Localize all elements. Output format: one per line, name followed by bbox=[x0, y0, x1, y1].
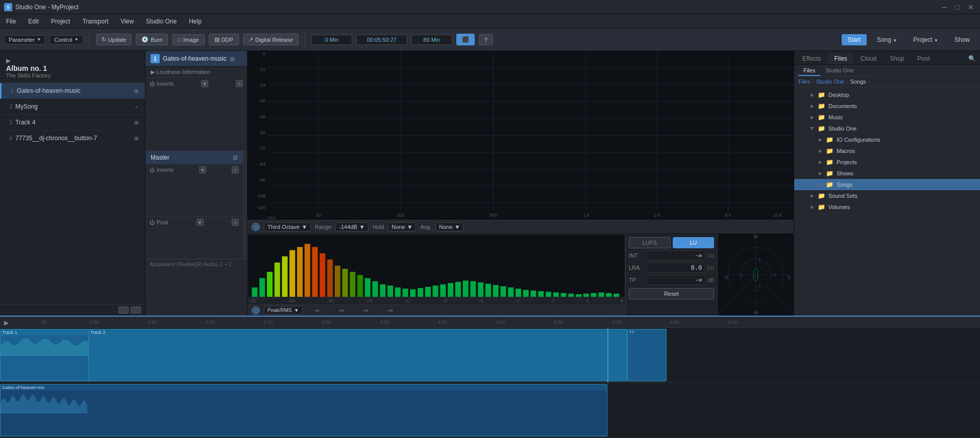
scroll-handle[interactable] bbox=[243, 151, 247, 259]
expand-icon[interactable]: ▶ bbox=[818, 148, 823, 153]
menu-studio-one[interactable]: Studio One bbox=[144, 17, 179, 26]
digital-release-icon: ↗ bbox=[249, 36, 253, 43]
expand-icon[interactable]: ▶ bbox=[818, 160, 823, 165]
track-clip-2[interactable]: Track 2 bbox=[88, 329, 627, 381]
track-item[interactable]: 4 77735__dj-chronos__button-7 ⊞ bbox=[0, 131, 145, 146]
track-item[interactable]: 2 MySong ♪ bbox=[0, 99, 145, 115]
update-button[interactable]: ↻ Update bbox=[96, 34, 132, 45]
svg-rect-80 bbox=[583, 294, 589, 297]
reset-button[interactable]: Reset bbox=[629, 288, 714, 299]
subtab-studio-one[interactable]: Studio One bbox=[820, 66, 859, 76]
digital-release-button[interactable]: ↗ Digital Release bbox=[243, 34, 299, 45]
minimize-button[interactable]: ─ bbox=[940, 3, 949, 11]
loudness-info[interactable]: ▶ Loudness Information bbox=[145, 67, 247, 78]
menu-help[interactable]: Help bbox=[187, 17, 204, 26]
expand-icon[interactable]: ⊞ bbox=[233, 154, 238, 161]
inserts-add-btn[interactable]: + bbox=[236, 80, 243, 87]
master-inserts-section: ⏻ Inserts ▼ + bbox=[145, 164, 243, 217]
tree-item-volumes[interactable]: ▶ 📁 Volumes bbox=[794, 201, 980, 213]
expand-icon[interactable]: ⊞ bbox=[230, 56, 236, 62]
album-play-button[interactable]: ▶ bbox=[6, 57, 12, 63]
sync-button[interactable]: ⬛ bbox=[456, 34, 475, 45]
track-clip-gates[interactable]: Gates-of-heaven-mu bbox=[0, 384, 607, 436]
breadcrumb-studio-one[interactable]: Studio One bbox=[816, 79, 844, 85]
menu-edit[interactable]: Edit bbox=[26, 17, 41, 26]
power-icon: ⏻ bbox=[150, 220, 155, 225]
post-add[interactable]: + bbox=[232, 219, 239, 226]
tree-item-sound-sets[interactable]: ▶ 📁 Sound Sets bbox=[794, 190, 980, 201]
folder-icon: 📁 bbox=[818, 125, 825, 132]
tab-shop[interactable]: Shop bbox=[884, 53, 910, 64]
octave-dropdown[interactable]: Third Octave ▼ bbox=[264, 222, 311, 231]
tree-item-songs[interactable]: ▶ 📁 Songs bbox=[794, 179, 980, 190]
tp-label: TP bbox=[629, 277, 644, 283]
tree-item-documents[interactable]: ▶ 📁 Documents bbox=[794, 100, 980, 112]
track-icon: ⊞ bbox=[132, 118, 141, 127]
play-icon[interactable]: ▶ bbox=[4, 319, 10, 325]
breadcrumb: Files › Studio One › Songs › bbox=[794, 76, 980, 87]
help-button[interactable]: ? bbox=[479, 34, 493, 45]
search-icon-btn[interactable]: 🔍 bbox=[966, 53, 978, 64]
burn-button[interactable]: 💿 Burn bbox=[136, 34, 168, 45]
expand-icon[interactable]: ▶ bbox=[810, 92, 815, 97]
menu-view[interactable]: View bbox=[118, 17, 136, 26]
svg-rect-83 bbox=[606, 293, 611, 297]
subtab-files[interactable]: Files bbox=[798, 66, 820, 76]
analyzer-power-button[interactable]: ⏻ bbox=[252, 223, 260, 231]
expand-icon[interactable]: ▶ bbox=[810, 126, 815, 131]
tree-item-shows[interactable]: ▶ 📁 Shows bbox=[794, 168, 980, 179]
expand-icon[interactable]: ▶ bbox=[818, 171, 823, 176]
close-button[interactable]: ✕ bbox=[966, 3, 976, 11]
svg-rect-71 bbox=[516, 289, 521, 297]
menu-file[interactable]: File bbox=[4, 17, 18, 26]
image-button[interactable]: □ Image bbox=[172, 34, 204, 45]
track-item[interactable]: 3 Track 4 ⊞ bbox=[0, 115, 145, 131]
expand-icon[interactable]: ▶ bbox=[818, 182, 823, 187]
tree-item-io[interactable]: ▶ 📁 IO Configurations bbox=[794, 134, 980, 145]
expand-icon[interactable]: ▶ bbox=[810, 104, 815, 109]
tab-song[interactable]: Song ▼ bbox=[871, 34, 903, 45]
inserts-dropdown-btn[interactable]: ▼ bbox=[201, 80, 208, 87]
tree-item-music[interactable]: ▶ 📁 Music bbox=[794, 112, 980, 123]
track-clip-small[interactable]: T7 bbox=[627, 329, 667, 381]
expand-icon[interactable]: ▶ bbox=[810, 204, 815, 210]
avg-value[interactable]: None ▼ bbox=[435, 222, 463, 231]
track-item[interactable]: 1 Gates-of-heaven-music ⊞ bbox=[0, 83, 145, 99]
chevron-down-icon: ▼ bbox=[37, 37, 41, 42]
tree-item-projects[interactable]: ▶ 📁 Projects bbox=[794, 157, 980, 168]
tree-item-desktop[interactable]: ▶ 📁 Desktop bbox=[794, 89, 980, 100]
tab-show[interactable]: Show bbox=[948, 34, 976, 45]
master-inserts-add[interactable]: + bbox=[232, 166, 239, 173]
tab-start[interactable]: Start bbox=[842, 34, 867, 45]
master-inserts-header[interactable]: ⏻ Inserts ▼ + bbox=[145, 164, 243, 175]
ddp-button[interactable]: ▤ DDP bbox=[209, 34, 239, 45]
range-value[interactable]: -144dB ▼ bbox=[335, 222, 368, 231]
post-dropdown[interactable]: ▼ bbox=[197, 219, 204, 226]
tab-files[interactable]: Files bbox=[828, 53, 853, 64]
inserts-header[interactable]: ⏻ Inserts ▼ + bbox=[145, 78, 247, 89]
footer-btn-2[interactable] bbox=[131, 306, 141, 314]
tree-item-macros[interactable]: ▶ 📁 Macros bbox=[794, 145, 980, 157]
maximize-button[interactable]: □ bbox=[953, 3, 962, 11]
menu-project[interactable]: Project bbox=[49, 17, 72, 26]
expand-icon[interactable]: ▶ bbox=[810, 115, 815, 120]
parameter-dropdown[interactable]: Parameter ▼ bbox=[4, 35, 45, 44]
lu-button[interactable]: LU bbox=[673, 237, 715, 248]
breadcrumb-files[interactable]: Files bbox=[798, 79, 810, 85]
tab-pool[interactable]: Pool bbox=[911, 53, 936, 64]
footer-btn-1[interactable] bbox=[118, 306, 129, 314]
hold-value[interactable]: None ▼ bbox=[388, 222, 416, 231]
master-inserts-dropdown[interactable]: ▼ bbox=[199, 166, 206, 173]
tab-cloud[interactable]: Cloud bbox=[854, 53, 883, 64]
tab-effects[interactable]: Effects bbox=[796, 53, 827, 64]
tree-item-studio-one[interactable]: ▶ 📁 Studio One bbox=[794, 123, 980, 134]
peak-power-button[interactable]: ⏻ bbox=[252, 306, 260, 315]
lufs-button[interactable]: LUFS bbox=[629, 237, 671, 248]
control-dropdown[interactable]: Control ▼ bbox=[50, 35, 83, 44]
expand-icon[interactable]: ▶ bbox=[818, 137, 823, 142]
peak-rms-dropdown[interactable]: Peak/RMS ▼ bbox=[264, 306, 303, 315]
tab-project[interactable]: Project ▼ bbox=[907, 34, 944, 45]
expand-icon[interactable]: ▶ bbox=[810, 193, 815, 198]
menu-transport[interactable]: Transport bbox=[80, 17, 110, 26]
post-header[interactable]: ⏻ Post ▼ + bbox=[145, 217, 243, 228]
